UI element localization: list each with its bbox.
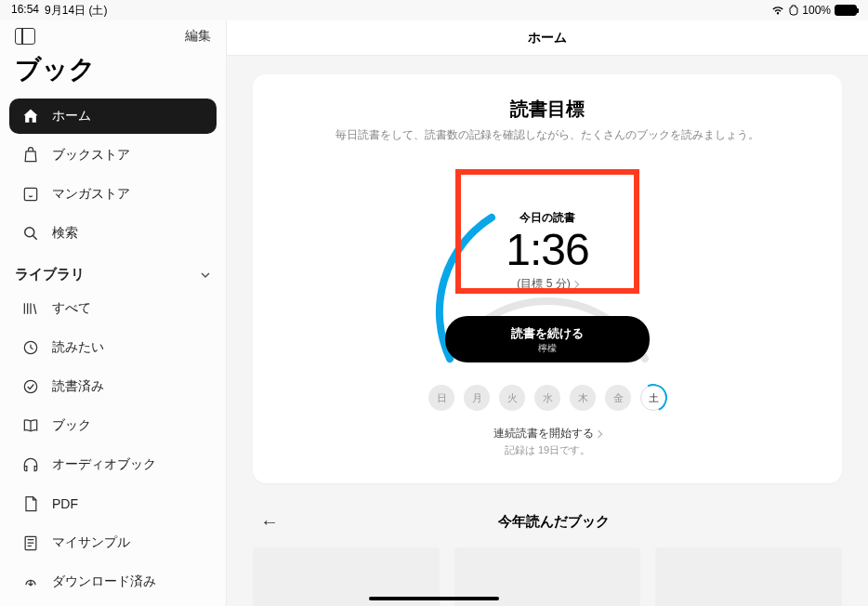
lib-all[interactable]: すべて (9, 291, 217, 326)
back-arrow[interactable]: ← (253, 507, 286, 536)
shelf-icon (20, 298, 41, 319)
sidebar-toggle-icon[interactable] (15, 28, 35, 45)
headphones-icon (20, 454, 41, 475)
status-date: 9月14日 (土) (45, 3, 107, 19)
download-icon (20, 572, 41, 592)
year-section-title: 今年読んだブック (303, 513, 805, 531)
nav-search[interactable]: 検索 (9, 216, 217, 251)
day-sat[interactable]: 土 (640, 385, 666, 411)
wifi-icon (770, 5, 785, 16)
lib-audiobooks[interactable]: オーディオブック (9, 447, 217, 482)
lib-finished[interactable]: 読書済み (9, 369, 217, 404)
battery-percent: 100% (802, 4, 831, 17)
bag-icon (20, 145, 41, 165)
progress-gauge: 今日の読書 1:36 (目標 5 分) (408, 164, 687, 331)
svg-rect-0 (24, 188, 36, 200)
home-icon (20, 106, 41, 126)
day-wed[interactable]: 水 (534, 385, 560, 411)
sample-icon (20, 533, 41, 553)
section-library[interactable]: ライブラリ (0, 253, 226, 289)
svg-point-3 (24, 380, 36, 392)
svg-point-1 (25, 228, 34, 237)
main: ● ● ● ホーム 読書目標 毎日読書をして、読書数の記録を確認しながら、たくさ… (227, 20, 868, 606)
continue-reading-button[interactable]: 読書を続ける 檸檬 (445, 316, 650, 362)
year-placeholders: 1 2 3 (253, 547, 842, 606)
goal-subtitle: 毎日読書をして、読書数の記録を確認しながら、たくさんのブックを読みましょう。 (279, 127, 816, 143)
sidebar: 編集 ブック ホーム ブックストア マンガストア 検索 ライブラリ すべて 読み… (0, 20, 227, 606)
manga-icon (20, 184, 41, 204)
charging-icon (789, 5, 798, 16)
lib-samples[interactable]: マイサンプル (9, 525, 217, 560)
day-thu[interactable]: 木 (570, 385, 596, 411)
day-mon[interactable]: 月 (464, 385, 490, 411)
streak-record: 記録は 19日です。 (279, 443, 816, 457)
section-collections[interactable]: マイコレクション (0, 601, 226, 606)
nav-label: マンガストア (52, 186, 130, 203)
main-title: ホーム (528, 30, 567, 46)
day-sun[interactable]: 日 (428, 385, 454, 411)
lib-pdf[interactable]: PDF (9, 486, 217, 521)
today-time: 1:36 (459, 228, 636, 272)
nav-label: ホーム (52, 108, 91, 125)
book-slot-3[interactable]: 3 (655, 547, 842, 606)
home-indicator[interactable] (369, 597, 499, 600)
lib-wantread[interactable]: 読みたい (9, 330, 217, 365)
chevron-right-icon (571, 280, 578, 287)
nav-mangastore[interactable]: マンガストア (9, 177, 217, 212)
status-time: 16:54 (11, 3, 39, 19)
nav-label: 検索 (52, 225, 78, 242)
today-goal-link[interactable]: (目標 5 分) (517, 276, 577, 292)
day-tue[interactable]: 火 (499, 385, 525, 411)
today-label: 今日の読書 (459, 210, 636, 226)
edit-button[interactable]: 編集 (185, 28, 211, 45)
lib-books[interactable]: ブック (9, 408, 217, 443)
check-icon (20, 376, 41, 397)
reading-goal-card: 読書目標 毎日読書をして、読書数の記録を確認しながら、たくさんのブックを読みまし… (253, 74, 842, 483)
day-fri[interactable]: 金 (605, 385, 631, 411)
nav-label: ブックストア (52, 147, 130, 164)
search-icon (20, 223, 41, 244)
nav-home[interactable]: ホーム (9, 99, 217, 134)
book-icon (20, 415, 41, 436)
clock-icon (20, 337, 41, 358)
main-header: ● ● ● ホーム (227, 20, 868, 56)
streak-days: 日 月 火 水 木 金 土 (279, 385, 816, 411)
goal-title: 読書目標 (279, 97, 816, 122)
sidebar-title: ブック (0, 45, 226, 97)
lib-downloaded[interactable]: ダウンロード済み (9, 564, 217, 599)
nav-bookstore[interactable]: ブックストア (9, 138, 217, 173)
battery-icon (835, 5, 857, 16)
pdf-icon (20, 494, 41, 514)
chevron-down-icon (200, 270, 211, 281)
